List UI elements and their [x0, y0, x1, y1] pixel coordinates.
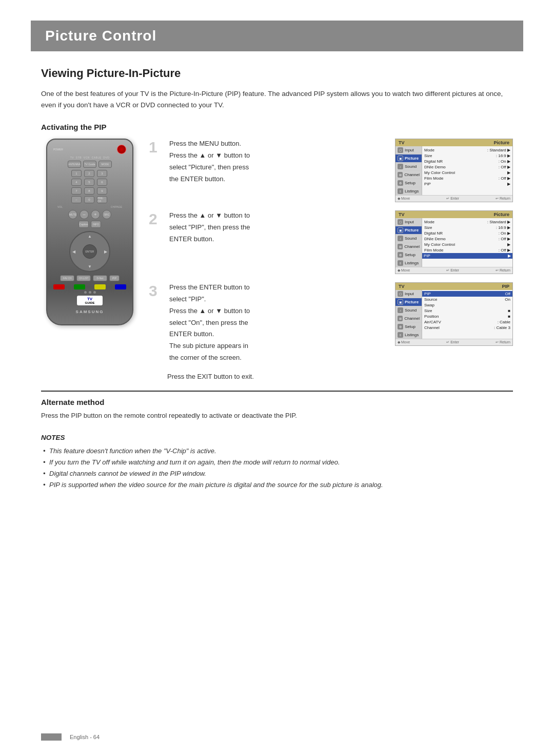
- red-button[interactable]: [53, 284, 65, 289]
- tv-screen-3: TV PIP ⬡ Input ▣ Pictu: [395, 282, 513, 346]
- dot-1: [84, 291, 87, 294]
- step-3-number: 3: [149, 283, 161, 299]
- mode-button[interactable]: MODE: [98, 161, 112, 168]
- s3-channel: ⊞ Channel: [395, 315, 422, 323]
- step-2-number: 2: [149, 211, 161, 227]
- screen3-header: TV PIP: [395, 283, 512, 290]
- screen3-footer-return: ↩ Return: [496, 340, 510, 344]
- btn-5[interactable]: 5: [84, 179, 94, 186]
- intro-text: One of the best features of your TV is t…: [41, 88, 513, 110]
- menu-listings: ≡ Listings: [395, 187, 422, 195]
- step-3-content: Press the ENTER button to select "PIP". …: [169, 282, 513, 364]
- s3-sound: ♪ Sound: [395, 306, 422, 315]
- screen3-footer-move: ◆ Move: [398, 340, 410, 344]
- step-1-line-1: Press the MENU button.: [169, 139, 389, 149]
- screen1-footer-text: ◆ Move: [398, 197, 410, 201]
- remote-container: POWER TV STB VCR CABLE DVD ANTENNA TV Gu…: [41, 139, 138, 380]
- btn-prech[interactable]: PRE-CH: [97, 196, 107, 203]
- screen2-tv-label: TV: [399, 212, 405, 217]
- nav-left-arrow[interactable]: ◀: [72, 249, 75, 254]
- screen1-tv-label: TV: [399, 140, 405, 145]
- s3-swap: Swap: [424, 302, 510, 308]
- s3-pip-row: PIP Off: [422, 291, 512, 297]
- step-3-line-3: Press the ▲ or ▼ button to: [169, 306, 389, 317]
- step-3-line-4: select "On", then press the: [169, 318, 389, 328]
- screen3-tv-label: TV: [399, 284, 405, 289]
- screen3-body: ⬡ Input ▣ Picture ♪ Sound: [395, 290, 512, 339]
- green-button[interactable]: [74, 284, 85, 289]
- s3-channel-val: Channel: Cable 3: [424, 325, 510, 331]
- screen3-right: PIP Off SourceOn Swap Size: [422, 290, 512, 339]
- s3-source: SourceOn: [424, 297, 510, 302]
- s2-setup: ⚙ Setup: [395, 251, 422, 259]
- btn-6[interactable]: 6: [97, 179, 107, 186]
- screen2-footer-enter: ↵ Enter: [446, 268, 459, 273]
- source-button[interactable]: SRC: [102, 210, 111, 219]
- s1-dnr: Digital NR: On ▶: [424, 159, 510, 164]
- step-1-row: 1 Press the MENU button. Press the ▲ or …: [149, 139, 513, 202]
- step-3-line-7: the corner of the screen.: [169, 353, 389, 363]
- s2-size: Size: 16:9 ▶: [424, 225, 510, 230]
- tvguide-button[interactable]: TV Guide: [83, 161, 96, 168]
- btn-4[interactable]: 4: [71, 179, 82, 186]
- note-4: PIP is supported when the video source f…: [41, 479, 513, 491]
- extra-row: Caption INFO: [53, 221, 126, 228]
- alternate-heading: Alternate method: [41, 398, 513, 406]
- btn-8[interactable]: 8: [84, 187, 94, 195]
- page-title: Picture Control: [45, 28, 509, 44]
- caption-button[interactable]: Caption: [78, 221, 89, 228]
- s2-dnr: Digital NR: On ▶: [424, 230, 510, 236]
- color-buttons: [53, 284, 126, 289]
- btn-3[interactable]: 3: [97, 170, 107, 177]
- s3-input: ⬡ Input: [395, 290, 422, 298]
- screen1-picture-label: Picture: [493, 140, 509, 145]
- pip-button[interactable]: PIP: [109, 275, 120, 281]
- fav-row: FAV.CH CH.LIST D-Net PIP: [53, 275, 126, 281]
- blue-button[interactable]: [115, 284, 126, 289]
- s1-film: Film Mode: Off ▶: [424, 176, 510, 181]
- s2-film: Film Mode: Off ▶: [424, 247, 510, 253]
- vol-up[interactable]: +: [91, 210, 100, 219]
- fav-ch-button[interactable]: FAV.CH: [60, 275, 74, 281]
- nav-up-arrow[interactable]: ▲: [88, 234, 92, 239]
- power-button[interactable]: [117, 145, 126, 154]
- s1-size: Size: 16:9 ▶: [424, 153, 510, 159]
- note-2: If you turn the TV off while watching an…: [41, 457, 513, 468]
- note-3: Digital channels cannot be viewed in the…: [41, 468, 513, 479]
- screen2-picture-label: Picture: [493, 212, 509, 217]
- step-3-line-2: select "PIP".: [169, 294, 389, 305]
- screen2-footer-move: ◆ Move: [398, 268, 410, 273]
- s3-aircatv: Air/CATV: Cable: [424, 319, 510, 325]
- enter-button[interactable]: ENTER: [83, 244, 97, 259]
- btn-0[interactable]: 0: [84, 196, 94, 203]
- page-footer: English - 64: [41, 733, 100, 741]
- ch-list-button[interactable]: CH.LIST: [76, 275, 91, 281]
- step-2-text: Press the ▲ or ▼ button to select "PIP",…: [169, 210, 389, 245]
- s3-listings: ≡ Listings: [395, 331, 422, 339]
- screen2-header: TV Picture: [395, 211, 512, 218]
- btn-1[interactable]: 1: [71, 170, 82, 177]
- alternate-section: Alternate method Press the PIP button on…: [41, 391, 513, 421]
- step-3-line-1: Press the ENTER button to: [169, 282, 389, 293]
- mute-button[interactable]: MUTE: [68, 210, 77, 219]
- screen2-footer-return: ↩ Return: [496, 268, 510, 273]
- d-net-button[interactable]: D-Net: [93, 275, 107, 281]
- btn-9[interactable]: 9: [97, 187, 107, 195]
- screen3-footer-enter: ↵ Enter: [446, 340, 459, 344]
- btn-2[interactable]: 2: [84, 170, 94, 177]
- nav-right-arrow[interactable]: ▶: [104, 249, 107, 254]
- info-button[interactable]: INFO: [91, 221, 101, 228]
- btn-7[interactable]: 7: [71, 187, 82, 195]
- vol-down[interactable]: –: [80, 210, 89, 219]
- s2-picture: ▣ Picture: [395, 226, 422, 235]
- step-3-line-6: The sub picture appears in: [169, 341, 389, 352]
- step-3-line-5: ENTER button.: [169, 329, 389, 340]
- step-2-row: 2 Press the ▲ or ▼ button to select "PIP…: [149, 210, 513, 274]
- yellow-button[interactable]: [94, 284, 106, 289]
- tv-text: TV: [79, 297, 101, 301]
- nav-down-arrow[interactable]: ▼: [88, 264, 92, 269]
- antenna-button[interactable]: ANTENNA: [68, 161, 81, 168]
- nav-cluster: ▲ ▼ ◀ ▶ ENTER: [69, 231, 110, 272]
- s2-mode: Mode: Standard ▶: [424, 219, 510, 225]
- btn-dash[interactable]: –: [71, 196, 82, 203]
